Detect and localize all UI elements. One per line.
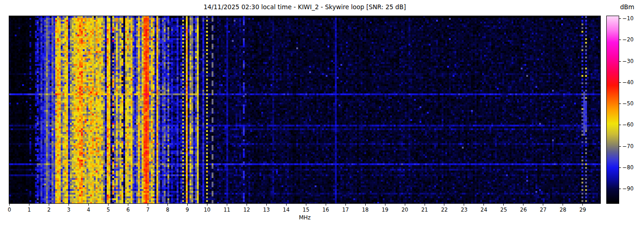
x-axis-label: MHz: [9, 214, 600, 221]
x-tick-mark: [464, 204, 464, 206]
x-tick-mark: [345, 204, 346, 206]
x-tick-mark: [365, 204, 366, 206]
colorbar-tick-label: −20: [622, 36, 633, 43]
colorbar-tick-label: −10: [622, 15, 633, 22]
x-tick-label: 0: [8, 207, 11, 213]
x-tick-mark: [483, 204, 484, 206]
x-tick-label: 14: [283, 207, 290, 213]
x-tick-label: 13: [263, 207, 270, 213]
x-tick-mark: [49, 204, 49, 206]
x-tick-mark: [543, 204, 543, 206]
spectrogram-figure: 14/11/2025 02:30 local time - KIWI_2 - S…: [0, 0, 644, 230]
x-tick-label: 5: [107, 207, 110, 213]
colorbar-tick-mark: [619, 146, 621, 147]
x-tick-mark: [266, 204, 267, 206]
x-tick-label: 20: [402, 207, 408, 213]
x-tick-mark: [128, 204, 128, 206]
x-tick-label: 18: [362, 207, 369, 213]
colorbar-tick-mark: [619, 104, 621, 104]
x-tick-label: 4: [87, 207, 90, 213]
colorbar-tick-label: −50: [622, 100, 633, 107]
x-tick-label: 17: [342, 207, 349, 213]
colorbar-tick-mark: [619, 167, 621, 168]
x-tick-label: 9: [186, 207, 189, 213]
x-tick-mark: [326, 204, 326, 206]
colorbar-tick-label: −30: [622, 58, 633, 64]
x-tick-mark: [88, 204, 89, 206]
x-tick-label: 11: [224, 207, 230, 213]
x-tick-label: 19: [382, 207, 389, 213]
colorbar-tick-mark: [619, 189, 621, 189]
colorbar-unit-label: dBm: [620, 3, 634, 11]
x-tick-mark: [444, 204, 444, 206]
x-tick-mark: [405, 204, 405, 206]
colorbar-tick-mark: [619, 61, 621, 62]
x-tick-mark: [227, 204, 227, 206]
colorbar-tick-mark: [619, 18, 621, 19]
x-tick-mark: [523, 204, 523, 206]
waterfall-canvas: [9, 16, 600, 203]
x-tick-mark: [503, 204, 504, 206]
x-tick-label: 8: [166, 207, 169, 213]
x-tick-label: 7: [146, 207, 150, 213]
x-tick-mark: [563, 204, 563, 206]
x-tick-mark: [148, 204, 148, 206]
x-tick-label: 25: [500, 207, 507, 213]
chart-title: 14/11/2025 02:30 local time - KIWI_2 - S…: [9, 3, 600, 11]
x-tick-label: 21: [421, 207, 428, 213]
x-tick-mark: [29, 204, 29, 206]
x-tick-mark: [385, 204, 385, 206]
colorbar-tick-label: −80: [622, 164, 633, 171]
x-tick-label: 22: [441, 207, 448, 213]
colorbar-tick-label: −90: [622, 185, 633, 192]
x-tick-mark: [108, 204, 109, 206]
x-tick-label: 6: [126, 207, 130, 213]
x-tick-label: 3: [67, 207, 70, 213]
x-tick-label: 1: [28, 207, 31, 213]
x-tick-label: 24: [481, 207, 488, 213]
x-tick-mark: [207, 204, 207, 206]
x-tick-label: 16: [322, 207, 329, 213]
colorbar-tick-label: −60: [622, 121, 633, 128]
x-tick-label: 28: [560, 207, 567, 213]
colorbar-tick-label: −40: [622, 79, 633, 86]
x-tick-mark: [9, 204, 10, 206]
colorbar-tick-mark: [619, 82, 621, 83]
waterfall-plot-area: [9, 16, 601, 204]
colorbar: [606, 16, 619, 204]
x-tick-mark: [167, 204, 168, 206]
x-tick-mark: [582, 204, 583, 206]
x-tick-label: 2: [47, 207, 51, 213]
x-tick-mark: [306, 204, 306, 206]
x-tick-mark: [187, 204, 188, 206]
colorbar-tick-mark: [619, 125, 621, 125]
x-tick-mark: [247, 204, 247, 206]
x-tick-label: 27: [540, 207, 547, 213]
x-tick-label: 26: [520, 207, 527, 213]
colorbar-gradient: [607, 16, 619, 203]
colorbar-tick-mark: [619, 40, 621, 40]
x-tick-mark: [286, 204, 287, 206]
x-tick-label: 29: [579, 207, 586, 213]
x-tick-label: 23: [461, 207, 468, 213]
x-tick-label: 12: [243, 207, 250, 213]
colorbar-tick-label: −70: [622, 143, 633, 150]
x-tick-label: 15: [303, 207, 310, 213]
x-tick-label: 10: [204, 207, 211, 213]
x-tick-mark: [425, 204, 425, 206]
x-tick-mark: [69, 204, 69, 206]
